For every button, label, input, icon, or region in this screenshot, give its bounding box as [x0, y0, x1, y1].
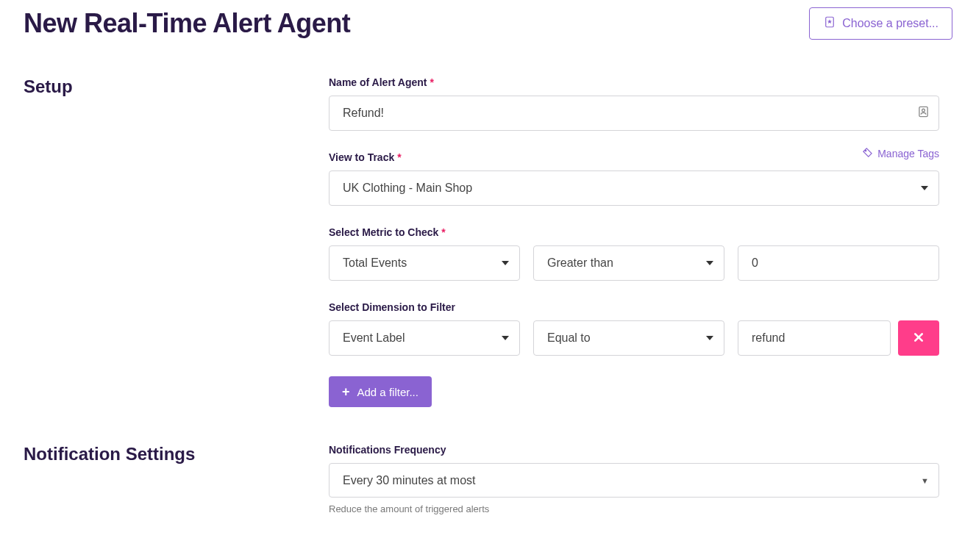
metric-label: Select Metric to Check * — [329, 226, 939, 238]
dimension-value-input[interactable] — [738, 320, 891, 356]
view-label: View to Track * — [329, 151, 939, 163]
chevron-down-icon — [706, 261, 713, 265]
metric-select[interactable]: Total Events — [329, 245, 520, 281]
frequency-select[interactable]: Every 30 minutes at most — [329, 463, 939, 498]
alert-name-input[interactable] — [329, 96, 939, 131]
frequency-helper-text: Reduce the amount of triggered alerts — [329, 503, 939, 514]
chevron-down-icon — [921, 186, 928, 190]
preset-icon — [823, 15, 836, 32]
setup-heading: Setup — [24, 76, 329, 414]
view-to-track-select[interactable]: UK Clothing - Main Shop — [329, 170, 939, 206]
contact-card-icon — [918, 106, 929, 121]
svg-point-3 — [922, 109, 925, 112]
choose-preset-label: Choose a preset... — [842, 17, 938, 30]
dimension-label: Select Dimension to Filter — [329, 301, 939, 313]
close-icon — [913, 331, 925, 345]
manage-tags-link[interactable]: Manage Tags — [862, 147, 939, 160]
page-title: New Real-Time Alert Agent — [24, 8, 350, 39]
choose-preset-button[interactable]: Choose a preset... — [809, 7, 952, 40]
chevron-down-icon — [502, 336, 509, 340]
notifications-heading: Notification Settings — [24, 444, 329, 514]
chevron-down-icon — [706, 336, 713, 340]
svg-point-4 — [865, 150, 866, 151]
add-filter-button[interactable]: + Add a filter... — [329, 376, 432, 407]
name-label: Name of Alert Agent * — [329, 76, 939, 88]
metric-value-input[interactable] — [738, 245, 939, 281]
chevron-down-icon — [502, 261, 509, 265]
metric-operator-select[interactable]: Greater than — [533, 245, 724, 281]
frequency-label: Notifications Frequency — [329, 444, 939, 456]
dimension-operator-select[interactable]: Equal to — [533, 320, 724, 356]
plus-icon: + — [342, 385, 350, 398]
remove-filter-button[interactable] — [898, 320, 939, 356]
dimension-select[interactable]: Event Label — [329, 320, 520, 356]
tag-icon — [862, 147, 873, 160]
svg-marker-1 — [827, 19, 832, 24]
